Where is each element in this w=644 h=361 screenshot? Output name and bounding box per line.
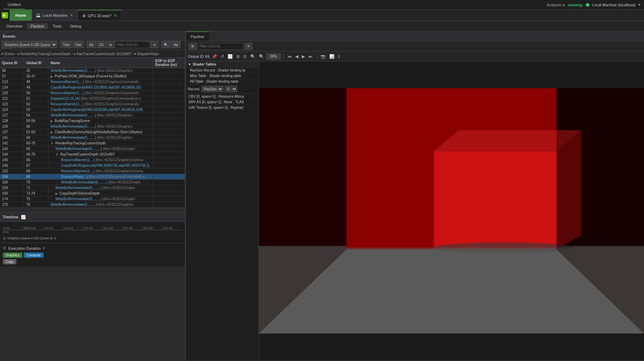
globalid-label: Global ID xyxy=(188,54,204,59)
tab-gpu-icon: 🖥 xyxy=(82,14,86,18)
toolbar-sep-1 xyxy=(59,42,59,47)
tab-gpu-file[interactable]: 🖥 GPU 20.wpix* ✕ xyxy=(78,10,122,21)
table-row[interactable]: 11449CopyBufferRegion(obj#689,3323856,ob… xyxy=(0,85,185,90)
tree-btn[interactable]: Tree xyxy=(60,41,72,48)
table-row[interactable]: 12453CopyBufferRegion(obj#386,6156288,ob… xyxy=(0,107,185,113)
first-btn[interactable]: ⏮ xyxy=(286,54,293,59)
events-table: Queue ID Global ID Name EOP to EOPDurati… xyxy=(0,58,185,208)
tbl-btn[interactable]: ⊟ xyxy=(242,54,248,59)
table-row[interactable]: 14265-75▼ RenderRayTracingCustomDepth xyxy=(0,141,185,146)
table-row[interactable]: 5625WriteBufferImmediate(5,...,...) {thi… xyxy=(0,68,185,74)
nav-debug[interactable]: Debug xyxy=(67,23,85,29)
badge-graphics[interactable]: Graphics xyxy=(3,253,22,258)
search-btn[interactable]: 🔍 xyxy=(161,41,170,48)
right-filter-input[interactable] xyxy=(198,43,243,50)
right-filter-clear[interactable]: ✕ xyxy=(245,43,252,50)
table-row[interactable]: 17576WriteBufferImmediate(5,...,...,) {t… xyxy=(0,202,185,208)
timeline-label: Timeline xyxy=(3,215,18,219)
timeline-bar: Timeline 📈 xyxy=(0,212,185,222)
grid-btn[interactable]: ⊞ xyxy=(235,54,241,59)
table-row[interactable]: 15971WriteBufferImmediate(6,...,...,) {t… xyxy=(0,185,185,191)
table-row[interactable]: 14566ResourceBarrier(2,...) {this->ID3D1… xyxy=(0,157,185,163)
badge-compute[interactable]: Compute xyxy=(24,253,44,258)
pipeline-tabs: Pipeline xyxy=(186,31,644,41)
breadcrumb-item-1[interactable]: ▾ Scene xyxy=(1,52,14,56)
tab-gpu-close[interactable]: ✕ xyxy=(114,13,117,18)
table-row[interactable]: 15268ResourceBarrier(2,...) {this->ID3D1… xyxy=(0,168,185,174)
table-row[interactable]: 11348ResourceBarrier(1,...) {this->ID3D1… xyxy=(0,79,185,85)
table-row[interactable]: 17475WriteBufferImmediate(5,...,...,) {t… xyxy=(0,196,185,202)
1g-btn[interactable]: 1G xyxy=(97,41,106,48)
zoom-out-btn[interactable]: 🔍 xyxy=(249,54,256,59)
capture2-btn[interactable]: 📷 xyxy=(320,54,327,59)
breadcrumb-sep-1: > xyxy=(15,52,17,56)
table-row[interactable]: 14667CopyBufferRegion(obj#386,6580736,ob… xyxy=(0,163,185,168)
main-layout: Events Graphics Queue 0 (3D Queue 0) Tre… xyxy=(0,31,644,360)
aa-btn[interactable]: Aa xyxy=(87,41,96,48)
tab-local-machine-label: Local Machine xyxy=(43,13,68,17)
refresh-btn[interactable]: ↺ xyxy=(220,54,225,59)
machine-dropdown-icon[interactable]: ▾ xyxy=(638,2,641,7)
timeline-queue-icon: ⚙ xyxy=(3,236,6,240)
tab-home[interactable]: Home xyxy=(10,10,32,21)
table-row[interactable]: 14466-70▼ RayTracedCustomDepth 1613x807 xyxy=(0,152,185,157)
table-row[interactable]: 13660WriteBufferImmediate(5,...,...) {th… xyxy=(0,124,185,129)
table-row[interactable]: 13761-63▶ ClearBuffer(DummySkyLightVisib… xyxy=(0,129,185,135)
svg-text:N: N xyxy=(3,14,5,17)
nav-tools[interactable]: Tools xyxy=(49,23,65,29)
info-btn[interactable]: ℹ xyxy=(337,54,341,59)
shader-tables-header[interactable]: ▼ Shader Tables xyxy=(186,61,259,68)
exec-expand-icon[interactable]: ▾ xyxy=(43,246,45,250)
breadcrumb-item-2[interactable]: ▾ RenderRayTracingCustomDepth xyxy=(17,52,70,56)
table-row[interactable]: 5726-47▶ PrePass DOM_AllOpaque (Forced b… xyxy=(0,74,185,79)
filter-icon-btn[interactable]: ⊘ xyxy=(107,41,114,48)
zoom-in-btn[interactable]: 🔍 xyxy=(258,54,265,59)
table-row[interactable]: 14164WriteBufferImmediate(5,...,...) {th… xyxy=(0,135,185,141)
timeline-content: 0 ns 500.0 us 1.0 ms 1.5 ms 2.0 ms 2.5 m… xyxy=(0,222,185,243)
table-row[interactable]: 12855-59▶ BuildRayTracingScene xyxy=(0,118,185,124)
table-row[interactable]: 12050ResourceBarrier(1,...) {this->ID3D1… xyxy=(0,90,185,96)
badge-copy[interactable]: Copy xyxy=(3,259,16,264)
nav-pipeline[interactable]: Pipeline xyxy=(27,23,48,29)
record-index-select[interactable]: 0 xyxy=(225,86,237,92)
filter-clear-btn[interactable]: ✕ xyxy=(151,41,158,48)
table-row[interactable]: 12151Dispatch(16,16,16) {this->ID3D12Gra… xyxy=(0,96,185,101)
pin-btn[interactable]: 📌 xyxy=(211,54,218,59)
record-row: Record: RayGen 0 xyxy=(186,84,259,94)
table-hscroll[interactable] xyxy=(0,208,185,212)
status-dot xyxy=(586,3,589,7)
untitled-tab[interactable]: Untitled xyxy=(3,0,25,9)
chart-btn[interactable]: 📊 xyxy=(328,54,336,59)
table-row[interactable]: 16072-74▶ CopyDepthToSceneDepth xyxy=(0,191,185,196)
capture-btn[interactable]: ⬜ xyxy=(227,54,234,59)
queue-selector[interactable]: Graphics Queue 0 (3D Queue 0) xyxy=(1,41,57,48)
timeline-queue-row[interactable]: ⚙ Graphics Queue 0 (3D Queue 0) ▾ xyxy=(3,234,182,243)
table-row[interactable]: 15670WriteBufferImmediate(6,...,...,) {t… xyxy=(0,180,185,185)
miss-table-item[interactable]: Miss Table : Shader binding table xyxy=(186,73,259,79)
next-btn[interactable]: ▶ xyxy=(301,54,306,59)
settings-btn[interactable]: ⚙ xyxy=(189,43,197,50)
col-queue-id: Queue ID xyxy=(0,58,24,68)
tab-local-machine-close[interactable]: ✕ xyxy=(70,13,73,18)
table-row[interactable]: 12352ResourceBarrier(3,...) {this->ID3D1… xyxy=(0,101,185,107)
toolbar: Graphics Queue 0 (3D Queue 0) Tree Flat … xyxy=(0,41,185,50)
table-row-selected[interactable]: 15469DispatchRays(...) {this->ID3D12Grap… xyxy=(0,174,185,180)
filter-input[interactable] xyxy=(115,41,150,48)
breadcrumb-item-3[interactable]: ▾ RayTracedCustomDepth 1613x807 xyxy=(74,52,131,56)
prev-btn[interactable]: ◀ xyxy=(294,54,299,59)
aa-2-btn[interactable]: Aa xyxy=(171,41,180,48)
record-type-select[interactable]: RayGen xyxy=(201,86,223,92)
hit-table-item[interactable]: Hit Table : Shader binding table xyxy=(186,79,259,84)
nav-overview[interactable]: Overview xyxy=(3,23,26,29)
tab-local-machine[interactable]: 💻 Local Machine ✕ xyxy=(32,10,78,21)
flat-btn[interactable]: Flat xyxy=(73,41,84,48)
toolbar-sep-3 xyxy=(160,42,160,47)
timeline-queue-dropdown[interactable]: ▾ xyxy=(54,236,56,241)
last-btn[interactable]: ⏭ xyxy=(307,54,314,59)
table-row[interactable]: 12754WriteBufferImmediate(5,...,...) {th… xyxy=(0,113,185,118)
zoom-input[interactable] xyxy=(267,53,281,60)
raygen-item[interactable]: RayGen Record : Shader binding ta xyxy=(186,68,259,73)
table-row[interactable]: 14365WriteBufferImmediate(6,...,...,) {t… xyxy=(0,146,185,152)
tab-pipeline[interactable]: Pipeline xyxy=(186,31,209,41)
breadcrumb-item-4[interactable]: ▾ DispatchRays xyxy=(135,52,159,56)
